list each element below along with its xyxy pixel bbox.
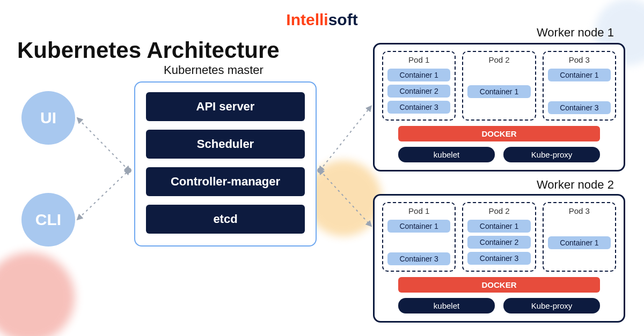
master-item-controller: Controller-manager <box>146 167 305 196</box>
container-item: Container 3 <box>387 101 450 114</box>
brand-logo-accent: Intelli <box>286 11 328 28</box>
container-item: Container 3 <box>548 101 611 114</box>
worker2-pod1: Pod 1 Container 1 Container 3 <box>382 202 456 272</box>
container-item: Container 2 <box>467 236 530 249</box>
container-item: Container 1 <box>467 85 530 98</box>
master-item-scheduler: Scheduler <box>146 130 305 159</box>
connector-master-worker2 <box>320 170 370 225</box>
pod-title: Pod 3 <box>548 55 611 64</box>
junction-right <box>317 168 323 173</box>
master-label: Kubernetes master <box>164 63 264 77</box>
worker1-box: Pod 1 Container 1 Container 2 Container … <box>373 43 625 171</box>
worker2-pods-row: Pod 1 Container 1 Container 3 Pod 2 Cont… <box>382 202 616 272</box>
worker2-services-row: kubelet Kube-proxy <box>398 298 600 313</box>
worker1-services-row: kubelet Kube-proxy <box>398 147 600 162</box>
worker2-pod2: Pod 2 Container 1 Container 2 Container … <box>462 202 536 272</box>
pod-title: Pod 1 <box>387 55 450 64</box>
master-item-api: API server <box>146 92 305 121</box>
container-item: Container 1 <box>467 220 530 233</box>
master-box: API server Scheduler Controller-manager … <box>134 81 317 247</box>
client-cli-label: CLI <box>35 211 61 229</box>
pod-title: Pod 2 <box>467 55 530 64</box>
client-ui-label: UI <box>40 109 56 127</box>
worker2-pod3: Pod 3 Container 1 <box>543 202 616 272</box>
container-item: Container 1 <box>387 69 450 81</box>
pod-title: Pod 2 <box>467 206 530 215</box>
worker1-pod3: Pod 3 Container 1 Container 3 <box>543 51 616 121</box>
brand-logo-rest: soft <box>328 11 358 28</box>
container-item: Container 3 <box>387 252 450 265</box>
pod-title: Pod 3 <box>548 206 611 215</box>
client-ui-circle: UI <box>21 91 75 145</box>
client-cli-circle: CLI <box>21 193 75 247</box>
worker1-kubeproxy: Kube-proxy <box>503 147 600 162</box>
container-item: Container 1 <box>387 220 450 233</box>
connector-ui-master <box>78 119 129 170</box>
worker1-pods-row: Pod 1 Container 1 Container 2 Container … <box>382 51 616 121</box>
worker1-pod2: Pod 2 Container 1 <box>462 51 536 121</box>
worker1-label: Worker node 1 <box>537 26 614 40</box>
worker1-docker-bar: DOCKER <box>398 126 600 141</box>
worker1-pod1: Pod 1 Container 1 Container 2 Container … <box>382 51 456 121</box>
diagram-title: Kubernetes Architecture <box>17 38 280 63</box>
worker2-box: Pod 1 Container 1 Container 3 Pod 2 Cont… <box>373 194 625 323</box>
junction-left <box>126 168 131 173</box>
master-item-etcd: etcd <box>146 205 305 234</box>
container-item: Container 2 <box>387 85 450 98</box>
worker1-kubelet: kubelet <box>398 147 495 162</box>
connector-master-worker1 <box>320 107 370 170</box>
pod-title: Pod 1 <box>387 206 450 215</box>
container-item: Container 1 <box>548 69 611 81</box>
container-item: Container 3 <box>467 252 530 265</box>
worker2-kubelet: kubelet <box>398 298 495 313</box>
connector-cli-master <box>78 170 129 219</box>
worker2-kubeproxy: Kube-proxy <box>503 298 600 313</box>
gear-decor-red <box>0 247 80 336</box>
container-item: Container 1 <box>548 236 611 249</box>
worker2-docker-bar: DOCKER <box>398 277 600 293</box>
worker2-label: Worker node 2 <box>537 178 614 192</box>
